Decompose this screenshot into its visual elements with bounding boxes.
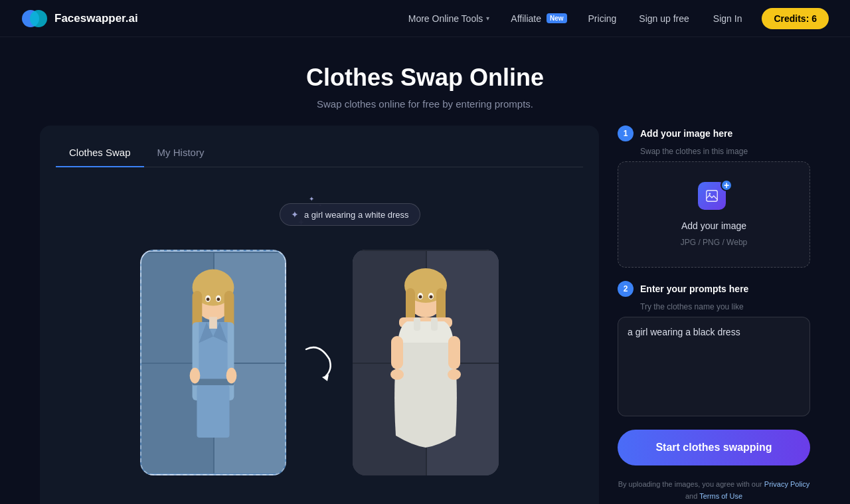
svg-rect-20	[209, 317, 217, 329]
step-2-subtitle: Try the clothes name you like	[640, 302, 810, 311]
hero-subtitle: Swap clothes online for free by entering…	[11, 98, 839, 110]
svg-rect-42	[431, 317, 438, 331]
start-button[interactable]: Start clothes swapping	[618, 430, 810, 465]
plus-icon: +	[721, 179, 732, 191]
image-icon	[705, 189, 719, 203]
upload-label: Add your image	[681, 220, 746, 231]
chevron-down-icon: ▾	[486, 15, 489, 22]
upload-icon-wrap: +	[698, 182, 730, 214]
demo-area: ✦ + • ✦ a girl wearing a white dress	[56, 183, 583, 502]
upload-box[interactable]: + Add your image JPG / PNG / Webp	[618, 161, 810, 268]
before-figure	[141, 251, 285, 474]
svg-rect-47	[707, 191, 718, 202]
sparkle-icon: ✦	[309, 195, 314, 203]
step-2-header: 2 Enter your prompts here	[618, 281, 810, 297]
hero-section: Clothes Swap Online Swap clothes online …	[0, 37, 850, 126]
after-image-card	[353, 250, 499, 475]
privacy-policy-link[interactable]: Privacy Policy	[764, 480, 809, 488]
logo-text: Faceswapper.ai	[54, 12, 138, 25]
right-panel: 1 Add your image here Swap the clothes i…	[618, 126, 810, 502]
step-1-section: 1 Add your image here Swap the clothes i…	[618, 126, 810, 268]
credits-button[interactable]: Credits: 6	[762, 8, 829, 29]
nav-affiliate[interactable]: Affiliate New	[503, 9, 574, 28]
svg-point-38	[419, 295, 422, 299]
before-image-card	[140, 250, 286, 475]
main-content: Clothes Swap My History ✦ + • ✦ a girl w…	[0, 126, 850, 504]
nav-signup[interactable]: Sign up free	[630, 9, 699, 28]
svg-rect-41	[414, 317, 420, 331]
arrow-connector	[299, 336, 339, 389]
svg-point-14	[207, 297, 210, 301]
prompt-textarea[interactable]: a girl wearing a black dress	[618, 317, 810, 416]
step-1-header: 1 Add your image here	[618, 126, 810, 141]
step-2-title: Enter your prompts here	[640, 284, 748, 294]
svg-point-48	[709, 193, 711, 195]
after-figure	[353, 250, 499, 475]
new-badge: New	[547, 13, 567, 23]
svg-point-24	[226, 368, 237, 384]
svg-rect-44	[448, 336, 460, 369]
svg-rect-43	[391, 336, 403, 369]
nav-signin[interactable]: Sign In	[704, 9, 752, 28]
svg-point-39	[430, 295, 433, 299]
svg-point-46	[448, 369, 461, 380]
navbar-links: More Online Tools ▾ Affiliate New Pricin…	[400, 8, 829, 29]
arrow-icon	[299, 336, 339, 389]
terms-link[interactable]: Terms of Use	[699, 492, 742, 500]
svg-point-15	[216, 297, 220, 301]
tab-my-history[interactable]: My History	[144, 141, 218, 167]
logo[interactable]: Faceswapper.ai	[21, 5, 138, 32]
images-container	[140, 250, 499, 475]
prompt-bubble: ✦ a girl wearing a white dress	[280, 203, 420, 226]
step-1-subtitle: Swap the clothes in this image	[640, 147, 810, 156]
step-2-section: 2 Enter your prompts here Try the clothe…	[618, 281, 810, 416]
prompt-bubble-text: a girl wearing a white dress	[304, 210, 409, 220]
svg-rect-22	[197, 385, 229, 438]
step-1-number: 1	[618, 126, 634, 141]
navbar: Faceswapper.ai More Online Tools ▾ Affil…	[0, 0, 850, 37]
star-icon: ✦	[291, 209, 299, 220]
left-panel: Clothes Swap My History ✦ + • ✦ a girl w…	[40, 126, 599, 504]
step-2-number: 2	[618, 281, 634, 297]
tab-clothes-swap[interactable]: Clothes Swap	[56, 141, 144, 167]
nav-more-tools[interactable]: More Online Tools ▾	[400, 9, 498, 28]
logo-icon	[21, 5, 48, 32]
svg-point-45	[390, 369, 404, 380]
tabs: Clothes Swap My History	[56, 141, 583, 167]
nav-pricing[interactable]: Pricing	[580, 9, 625, 28]
page-title: Clothes Swap Online	[11, 64, 839, 92]
upload-formats: JPG / PNG / Webp	[681, 238, 747, 247]
step-1-title: Add your image here	[640, 128, 732, 139]
svg-point-1	[30, 10, 47, 27]
legal-text: By uploading the images, you agree with …	[618, 479, 810, 502]
svg-point-23	[190, 368, 201, 384]
